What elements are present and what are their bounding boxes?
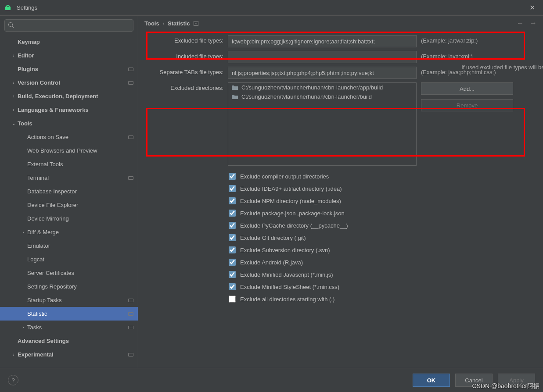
settings-tree: ›Keymap›Editor›Plugins›Version Control›B… <box>0 35 138 368</box>
exclude-label: Exclude NPM directory (node_modules) <box>240 198 341 204</box>
exclude-option: Exclude Android (R.java) <box>229 256 537 268</box>
exclude-checkbox[interactable] <box>229 185 236 192</box>
sidebar-item-web-browsers-and-preview[interactable]: ›Web Browsers and Preview <box>0 144 138 157</box>
chevron-right-icon: › <box>10 80 18 85</box>
exclude-checkbox[interactable] <box>229 210 236 217</box>
sidebar-item-startup-tasks[interactable]: ›Startup Tasks <box>0 293 138 307</box>
chevron-right-icon: › <box>163 21 164 26</box>
project-badge-icon <box>128 299 133 302</box>
sidebar-item-settings-repository[interactable]: ›Settings Repository <box>0 280 138 293</box>
add-button[interactable]: Add... <box>421 82 513 95</box>
sidebar-item-tasks[interactable]: ›Tasks <box>0 321 138 334</box>
settings-content: Tools › Statistic ▫ ← → Excluded file ty… <box>138 16 543 368</box>
help-button[interactable]: ? <box>8 375 18 385</box>
exclude-option: Exclude package.json ,package-lock.json <box>229 207 537 219</box>
project-badge-icon <box>128 135 133 139</box>
sidebar-item-logcat[interactable]: ›Logcat <box>0 253 138 266</box>
exclude-checkbox[interactable] <box>229 222 236 229</box>
exclude-option: Exclude IDEA9+ artifact directory (.idea… <box>229 182 537 195</box>
sidebar-item-label: Version Control <box>18 79 128 86</box>
sidebar-item-tools[interactable]: ⌄Tools <box>0 117 138 130</box>
sidebar-item-label: Web Browsers and Preview <box>27 147 133 154</box>
sidebar-item-label: Advanced Settings <box>18 338 133 344</box>
exclude-checkbox[interactable] <box>229 259 236 266</box>
ok-button[interactable]: OK <box>413 374 450 387</box>
sidebar-item-keymap[interactable]: ›Keymap <box>0 35 138 49</box>
sidebar-item-experimental[interactable]: ›Experimental <box>0 348 138 361</box>
exclude-checkbox[interactable] <box>229 283 236 290</box>
sidebar-item-build-execution-deployment[interactable]: ›Build, Execution, Deployment <box>0 89 138 103</box>
android-studio-icon <box>4 4 11 11</box>
exclude-option: Exclude NPM directory (node_modules) <box>229 195 537 207</box>
breadcrumb-root[interactable]: Tools <box>144 20 159 27</box>
sidebar-item-diff-merge[interactable]: ›Diff & Merge <box>0 225 138 239</box>
close-icon[interactable]: ✕ <box>526 2 539 14</box>
excluded-dirs-list[interactable]: C:/sunguozhen/tvlauncherhunan/cbn-launch… <box>228 82 417 166</box>
exclude-checkboxes: Exclude compiler output directoriesExclu… <box>229 170 537 305</box>
exclude-checkbox[interactable] <box>229 173 236 180</box>
sidebar-item-editor[interactable]: ›Editor <box>0 49 138 62</box>
sidebar-item-label: Editor <box>18 52 133 59</box>
exclude-checkbox[interactable] <box>229 234 236 241</box>
breadcrumb-leaf: Statistic <box>168 20 190 27</box>
sidebar-item-external-tools[interactable]: ›External Tools <box>0 157 138 171</box>
exclude-label: Exclude Android (R.java) <box>240 259 303 266</box>
list-item[interactable]: C:/sunguozhen/tvlauncherhunan/cbn-launch… <box>228 83 416 92</box>
included-types-hint: If used excluded file types will be i <box>461 64 543 71</box>
titlebar: Settings ✕ <box>0 0 543 15</box>
sidebar-item-label: Server Certificates <box>27 270 133 276</box>
sidebar-item-actions-on-save[interactable]: ›Actions on Save <box>0 130 138 144</box>
exclude-label: Exclude all directories starting with (.… <box>240 296 334 303</box>
sidebar-item-label: Startup Tasks <box>27 297 128 303</box>
sidebar-item-label: Actions on Save <box>27 134 128 140</box>
sidebar-item-label: Build, Execution, Deployment <box>18 93 133 100</box>
exclude-label: Exclude compiler output directories <box>240 173 329 180</box>
remove-button[interactable]: Remove <box>421 99 513 111</box>
sidebar-item-advanced-settings[interactable]: ›Advanced Settings <box>0 334 138 348</box>
sidebar-item-languages-frameworks[interactable]: ›Languages & Frameworks <box>0 103 138 117</box>
excluded-types-input[interactable] <box>228 35 417 47</box>
excluded-types-example: (Example: jar;war;zip;) <box>421 35 478 44</box>
exclude-label: Exclude Minified StyleSheet (*.min.css) <box>240 284 339 290</box>
separate-tabs-input[interactable] <box>228 67 417 79</box>
sidebar-item-label: Plugins <box>18 66 128 72</box>
exclude-checkbox[interactable] <box>229 246 236 253</box>
project-badge-icon <box>128 353 133 356</box>
chevron-right-icon: › <box>10 53 18 58</box>
dialog-footer: ? OK Cancel Apply <box>0 368 543 392</box>
chevron-down-icon: ⌄ <box>10 121 18 126</box>
sidebar-item-device-file-explorer[interactable]: ›Device File Explorer <box>0 198 138 212</box>
sidebar-item-label: Device Mirroring <box>27 215 133 222</box>
sidebar-item-device-mirroring[interactable]: ›Device Mirroring <box>0 212 138 225</box>
sidebar-item-label: Tasks <box>27 324 128 331</box>
sidebar-item-label: Settings Repository <box>27 283 133 290</box>
search-input[interactable] <box>4 19 133 32</box>
sidebar-item-server-certificates[interactable]: ›Server Certificates <box>0 266 138 280</box>
sidebar-item-label: Database Inspector <box>27 188 133 195</box>
watermark: CSDN @baobrother阿振 <box>472 382 540 390</box>
exclude-checkbox[interactable] <box>229 296 236 303</box>
sidebar-item-statistic[interactable]: ›Statistic <box>0 307 138 321</box>
exclude-option: Exclude PyCache directory (__pycache__) <box>229 219 537 232</box>
chevron-right-icon: › <box>10 352 18 357</box>
exclude-checkbox[interactable] <box>229 271 236 278</box>
exclude-label: Exclude PyCache directory (__pycache__) <box>240 222 348 229</box>
list-item[interactable]: C:/sunguozhen/tvlauncherhunan/cbn-launch… <box>228 92 416 101</box>
sidebar-item-terminal[interactable]: ›Terminal <box>0 171 138 185</box>
included-types-input[interactable] <box>228 51 417 63</box>
nav-forward-icon[interactable]: → <box>530 19 537 27</box>
folder-icon <box>232 85 238 90</box>
exclude-checkbox[interactable] <box>229 197 236 204</box>
nav-back-icon[interactable]: ← <box>517 19 524 27</box>
separate-tabs-label: Separate TABs file types: <box>144 67 223 75</box>
exclude-option: Exclude compiler output directories <box>229 170 537 182</box>
sidebar-item-plugins[interactable]: ›Plugins <box>0 62 138 76</box>
chevron-right-icon: › <box>10 107 18 112</box>
sidebar-item-emulator[interactable]: ›Emulator <box>0 239 138 253</box>
sidebar-item-database-inspector[interactable]: ›Database Inspector <box>0 185 138 198</box>
sidebar-item-label: Emulator <box>27 242 133 249</box>
exclude-label: Exclude Minified Javascript (*.min.js) <box>240 271 333 278</box>
sidebar-item-version-control[interactable]: ›Version Control <box>0 76 138 89</box>
expand-icon[interactable]: ▫ <box>194 21 198 26</box>
breadcrumb: Tools › Statistic ▫ ← → <box>138 16 543 31</box>
